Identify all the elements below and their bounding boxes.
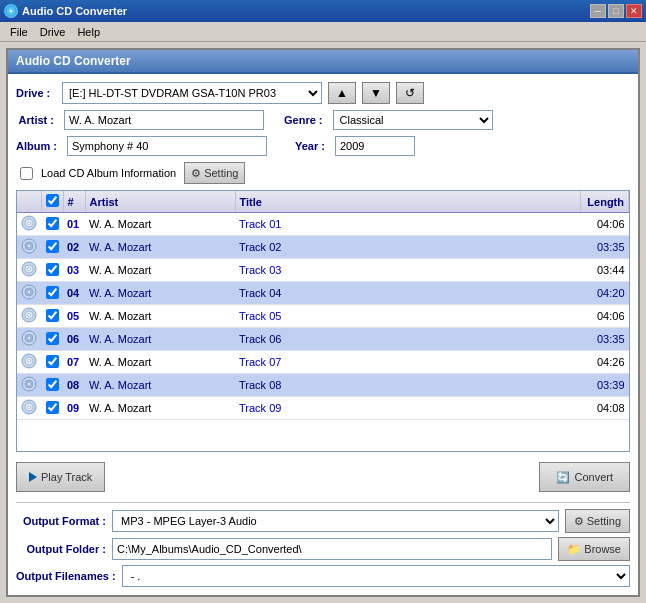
th-length: Length bbox=[581, 191, 629, 213]
genre-row: Genre : Classical bbox=[284, 110, 493, 130]
check-cell[interactable] bbox=[41, 213, 63, 236]
track-table-container[interactable]: # Artist Title Length 01 W. A. Mozar bbox=[16, 190, 630, 452]
output-filenames-row: Output Filenames : - . bbox=[16, 565, 630, 587]
check-cell[interactable] bbox=[41, 374, 63, 397]
main-window: Audio CD Converter Drive : [E:] HL-DT-ST… bbox=[0, 42, 646, 603]
minimize-button[interactable]: ─ bbox=[590, 4, 606, 18]
th-cd-icon bbox=[17, 191, 41, 213]
title-text: Audio CD Converter bbox=[22, 5, 127, 17]
check-cell[interactable] bbox=[41, 305, 63, 328]
check-cell[interactable] bbox=[41, 397, 63, 420]
track-table: # Artist Title Length 01 W. A. Mozar bbox=[17, 191, 629, 420]
maximize-button[interactable]: □ bbox=[608, 4, 624, 18]
track-length: 04:06 bbox=[581, 213, 629, 236]
artist-input[interactable] bbox=[64, 110, 264, 130]
th-num: # bbox=[63, 191, 85, 213]
panel-header: Audio CD Converter bbox=[8, 50, 638, 74]
action-row: Play Track 🔄 Convert bbox=[16, 458, 630, 496]
check-cell[interactable] bbox=[41, 328, 63, 351]
convert-button[interactable]: 🔄 Convert bbox=[539, 462, 630, 492]
play-track-button[interactable]: Play Track bbox=[16, 462, 105, 492]
svg-point-1 bbox=[10, 10, 13, 13]
menu-bar: File Drive Help bbox=[0, 22, 646, 42]
close-button[interactable]: ✕ bbox=[626, 4, 642, 18]
svg-point-7 bbox=[28, 245, 31, 248]
cd-cell bbox=[17, 351, 41, 374]
check-cell[interactable] bbox=[41, 259, 63, 282]
cd-disc-icon bbox=[21, 399, 37, 415]
convert-icon: 🔄 bbox=[556, 471, 570, 484]
svg-point-28 bbox=[28, 406, 31, 409]
album-row: Album : bbox=[16, 136, 267, 156]
table-row: 07 W. A. Mozart Track 07 04:26 bbox=[17, 351, 629, 374]
genre-select[interactable]: Classical bbox=[333, 110, 493, 130]
track-length: 03:39 bbox=[581, 374, 629, 397]
output-format-select[interactable]: MP3 - MPEG Layer-3 Audio bbox=[112, 510, 559, 532]
drive-eject-up-button[interactable]: ▲ bbox=[328, 82, 356, 104]
track-length: 04:26 bbox=[581, 351, 629, 374]
table-row: 03 W. A. Mozart Track 03 03:44 bbox=[17, 259, 629, 282]
cd-disc-icon bbox=[21, 215, 37, 231]
menu-help[interactable]: Help bbox=[71, 24, 106, 40]
track-artist: W. A. Mozart bbox=[85, 374, 235, 397]
output-format-label: Output Format : bbox=[16, 515, 106, 527]
year-input[interactable] bbox=[335, 136, 415, 156]
track-artist: W. A. Mozart bbox=[85, 351, 235, 374]
main-panel: Audio CD Converter Drive : [E:] HL-DT-ST… bbox=[6, 48, 640, 597]
track-title: Track 03 bbox=[235, 259, 581, 282]
menu-file[interactable]: File bbox=[4, 24, 34, 40]
convert-label: Convert bbox=[574, 471, 613, 483]
check-cell[interactable] bbox=[41, 351, 63, 374]
svg-point-13 bbox=[28, 291, 31, 294]
track-artist: W. A. Mozart bbox=[85, 259, 235, 282]
setting-gear-icon: ⚙ bbox=[574, 515, 584, 528]
check-cell[interactable] bbox=[41, 282, 63, 305]
browse-button[interactable]: 📁 Browse bbox=[558, 537, 630, 561]
cd-disc-icon bbox=[21, 261, 37, 277]
select-all-checkbox[interactable] bbox=[46, 194, 59, 207]
gear-icon: ⚙ bbox=[191, 167, 201, 180]
track-checkbox[interactable] bbox=[46, 401, 59, 414]
track-title: Track 05 bbox=[235, 305, 581, 328]
track-num: 02 bbox=[63, 236, 85, 259]
check-cell[interactable] bbox=[41, 236, 63, 259]
svg-point-25 bbox=[28, 383, 31, 386]
artist-row: Artist : bbox=[16, 110, 264, 130]
drive-row: Drive : [E:] HL-DT-ST DVDRAM GSA-T10N PR… bbox=[16, 82, 630, 104]
drive-select[interactable]: [E:] HL-DT-ST DVDRAM GSA-T10N PR03 bbox=[62, 82, 322, 104]
cd-disc-icon bbox=[21, 307, 37, 323]
drive-refresh-button[interactable]: ↺ bbox=[396, 82, 424, 104]
cd-cell bbox=[17, 305, 41, 328]
svg-point-19 bbox=[28, 337, 31, 340]
title-bar: Audio CD Converter ─ □ ✕ bbox=[0, 0, 646, 22]
track-artist: W. A. Mozart bbox=[85, 213, 235, 236]
title-buttons: ─ □ ✕ bbox=[590, 4, 642, 18]
cd-cell bbox=[17, 236, 41, 259]
track-checkbox[interactable] bbox=[46, 378, 59, 391]
track-artist: W. A. Mozart bbox=[85, 397, 235, 420]
table-row: 02 W. A. Mozart Track 02 03:35 bbox=[17, 236, 629, 259]
track-checkbox[interactable] bbox=[46, 286, 59, 299]
drive-eject-down-button[interactable]: ▼ bbox=[362, 82, 390, 104]
album-input[interactable] bbox=[67, 136, 267, 156]
load-cd-setting-button[interactable]: ⚙ Setting bbox=[184, 162, 245, 184]
load-cd-checkbox[interactable] bbox=[20, 167, 33, 180]
track-checkbox[interactable] bbox=[46, 332, 59, 345]
track-checkbox[interactable] bbox=[46, 240, 59, 253]
browse-label: Browse bbox=[584, 543, 621, 555]
output-folder-row: Output Folder : 📁 Browse bbox=[16, 537, 630, 561]
track-checkbox[interactable] bbox=[46, 309, 59, 322]
track-title: Track 07 bbox=[235, 351, 581, 374]
track-checkbox[interactable] bbox=[46, 355, 59, 368]
menu-drive[interactable]: Drive bbox=[34, 24, 72, 40]
track-length: 03:35 bbox=[581, 328, 629, 351]
cd-cell bbox=[17, 213, 41, 236]
output-folder-input[interactable] bbox=[112, 538, 552, 560]
output-setting-button[interactable]: ⚙ Setting bbox=[565, 509, 630, 533]
track-length: 03:35 bbox=[581, 236, 629, 259]
track-checkbox[interactable] bbox=[46, 263, 59, 276]
track-num: 03 bbox=[63, 259, 85, 282]
output-filenames-select[interactable]: - . bbox=[122, 565, 630, 587]
th-artist: Artist bbox=[85, 191, 235, 213]
track-checkbox[interactable] bbox=[46, 217, 59, 230]
